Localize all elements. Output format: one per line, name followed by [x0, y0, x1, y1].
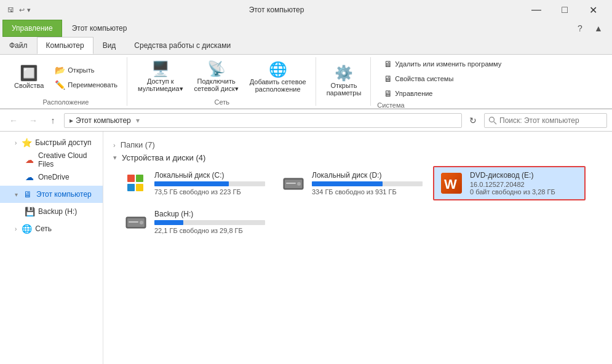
drive-h-bar-container — [154, 220, 265, 225]
drive-d-name: Локальный диск (D:) — [312, 171, 423, 180]
maximize-button[interactable]: □ — [550, 0, 579, 20]
system-props-button[interactable]: 🖥 Свойства системы — [380, 72, 506, 85]
ribbon: Управление Этот компьютер ? ▲ Файл Компь… — [0, 20, 612, 109]
network-chevron: › — [15, 226, 17, 232]
ribbon-content: 🔲 Свойства 📂 Открыть ✏️ Переименовать Ра… — [0, 55, 612, 109]
drive-h-free: 22,1 ГБ свободно из 29,8 ГБ — [154, 227, 265, 234]
properties-button[interactable]: 🔲 Свойства — [10, 59, 48, 96]
drive-c-info: Локальный диск (C:) 73,5 ГБ свободно из … — [154, 171, 265, 196]
ribbon-collapse-button[interactable]: ▲ — [590, 20, 607, 37]
tab-file[interactable]: Файл — [0, 37, 37, 54]
network-group-label: Сеть — [215, 97, 229, 106]
quick-save-icon[interactable]: 🖫 — [5, 6, 17, 14]
drive-c[interactable]: Локальный диск (C:) 73,5 ГБ свободно из … — [118, 166, 271, 200]
media-access-icon: 🖥️ — [151, 61, 170, 76]
close-button[interactable]: ✕ — [579, 0, 607, 20]
tab-disktools[interactable]: Средства работы с дисками — [125, 37, 240, 54]
drive-d-free: 334 ГБ свободно из 931 ГБ — [312, 188, 423, 196]
map-drive-icon: 📡 — [207, 61, 226, 76]
rename-button[interactable]: ✏️ Переименовать — [50, 78, 122, 92]
devices-chevron: ▾ — [113, 154, 117, 162]
media-access-button[interactable]: 🖥️ Доступ кмультимедиа▾ — [133, 59, 188, 96]
tab-computer[interactable]: Компьютер — [37, 37, 93, 54]
sidebar-item-backup[interactable]: 💾 Backup (H:) — [0, 203, 103, 220]
window-title-tab: Этот компьютер — [62, 24, 571, 33]
open-settings-button[interactable]: ⚙️ Открытьпараметры — [322, 63, 366, 100]
sidebar-item-backup-label: Backup (H:) — [38, 207, 77, 216]
ribbon-group-settings: ⚙️ Открытьпараметры — [317, 57, 372, 106]
thispc-icon: 🖥 — [23, 189, 33, 199]
system-buttons: 🖥 Удалить или изменить программу 🖥 Свойс… — [377, 57, 508, 100]
ribbon-group-system: 🖥 Удалить или изменить программу 🖥 Свойс… — [372, 57, 607, 106]
breadcrumb-computer: Этот компьютер — [76, 116, 131, 125]
drive-c-icon — [124, 171, 148, 196]
svg-rect-3 — [286, 183, 296, 184]
ribbon-help-button[interactable]: ? — [571, 20, 589, 37]
svg-text:W: W — [444, 176, 457, 192]
svg-point-2 — [297, 182, 301, 186]
refresh-button[interactable]: ↻ — [464, 112, 482, 129]
system-group-label: Система — [377, 100, 404, 109]
manage-button[interactable]: 🖥 Управление — [380, 87, 506, 100]
secondary-tabs: Файл Компьютер Вид Средства работы с дис… — [0, 37, 612, 55]
search-input[interactable] — [484, 113, 607, 128]
ribbon-group-network: 🖥️ Доступ кмультимедиа▾ 📡 Подключитьсете… — [129, 57, 316, 106]
hdd-h-svg — [125, 212, 147, 232]
folders-header-label: Папки (7) — [121, 140, 155, 149]
sidebar-item-network[interactable]: › 🌐 Сеть — [0, 220, 103, 237]
map-drive-button[interactable]: 📡 Подключитьсетевой диск▾ — [190, 59, 243, 96]
sidebar-item-onedrive[interactable]: ☁ OneDrive — [0, 168, 103, 186]
address-dropdown[interactable]: ▾ — [136, 116, 140, 125]
quickaccess-chevron: › — [15, 140, 17, 146]
onedrive-icon: ☁ — [25, 172, 34, 182]
address-bar: ← → ↑ ▸ Этот компьютер ▾ ↻ — [0, 109, 612, 132]
drive-e[interactable]: W DVD-дисковод (E:) 16.0.12527.20482 0 б… — [433, 166, 586, 200]
sidebar-item-thispc[interactable]: ▾ 🖥 Этот компьютер — [0, 186, 103, 203]
tab-view[interactable]: Вид — [93, 37, 125, 54]
svg-rect-10 — [129, 221, 138, 223]
quick-undo-icon[interactable]: ↩ — [19, 6, 25, 14]
drive-e-info: DVD-дисковод (E:) 16.0.12527.20482 0 бай… — [470, 171, 579, 196]
tab-upravlenie[interactable]: Управление — [2, 20, 62, 37]
drive-c-free: 73,5 ГБ свободно из 223 ГБ — [154, 188, 265, 196]
drive-h-name: Backup (H:) — [154, 210, 265, 218]
drive-d-bar — [312, 181, 383, 186]
ribbon-group-location: 🔲 Свойства 📂 Открыть ✏️ Переименовать Ра… — [5, 57, 127, 106]
properties-icon: 🔲 — [20, 66, 38, 81]
add-network-label: Добавить сетевоерасположение — [250, 78, 306, 93]
drive-h-bar — [154, 220, 183, 225]
open-settings-label: Открытьпараметры — [327, 82, 362, 97]
drive-d[interactable]: Локальный диск (D:) 334 ГБ свободно из 9… — [276, 166, 428, 200]
title-bar-left: 🖫 ↩ ▾ — [5, 6, 31, 14]
breadcrumb[interactable]: ▸ Этот компьютер ▾ — [64, 113, 462, 128]
drive-c-bar-container — [154, 181, 265, 186]
rename-label: Переименовать — [68, 81, 117, 89]
add-network-button[interactable]: 🌐 Добавить сетевоерасположение — [245, 59, 311, 96]
quickaccess-icon: ⭐ — [22, 138, 31, 148]
sidebar-item-creativecloud[interactable]: ☁ Creative Cloud Files — [0, 151, 103, 168]
location-group-label: Расположение — [43, 97, 89, 106]
folders-section-header[interactable]: › Папки (7) — [113, 140, 602, 149]
ribbon-tabs: Управление Этот компьютер ? ▲ — [0, 20, 612, 37]
sidebar-item-quickaccess-label: Быстрый доступ — [35, 138, 91, 147]
content-area: › Папки (7) ▾ Устройства и диски (4) — [103, 132, 612, 364]
settings-icon: ⚙️ — [335, 66, 353, 81]
system-props-icon: 🖥 — [384, 74, 392, 83]
location-buttons: 🔲 Свойства 📂 Открыть ✏️ Переименовать — [10, 57, 122, 97]
main-container: › ⭐ Быстрый доступ ☁ Creative Cloud File… — [0, 132, 612, 364]
devices-section-header[interactable]: ▾ Устройства и диски (4) — [113, 153, 602, 162]
drive-d-bar-container — [312, 181, 423, 186]
map-drive-label: Подключитьсетевой диск▾ — [194, 77, 239, 93]
drive-h[interactable]: Backup (H:) 22,1 ГБ свободно из 29,8 ГБ — [118, 205, 271, 239]
sidebar-item-onedrive-label: OneDrive — [38, 173, 70, 181]
forward-button[interactable]: → — [25, 112, 42, 129]
uninstall-icon: 🖥 — [384, 60, 392, 68]
backup-icon: 💾 — [25, 207, 34, 216]
up-button[interactable]: ↑ — [44, 112, 62, 129]
sidebar-item-quickaccess[interactable]: › ⭐ Быстрый доступ — [0, 134, 103, 151]
minimize-button[interactable]: — — [522, 0, 550, 20]
back-button[interactable]: ← — [5, 112, 22, 129]
open-label: Открыть — [68, 66, 94, 74]
uninstall-button[interactable]: 🖥 Удалить или изменить программу — [380, 57, 506, 71]
open-button[interactable]: 📂 Открыть — [50, 63, 122, 77]
